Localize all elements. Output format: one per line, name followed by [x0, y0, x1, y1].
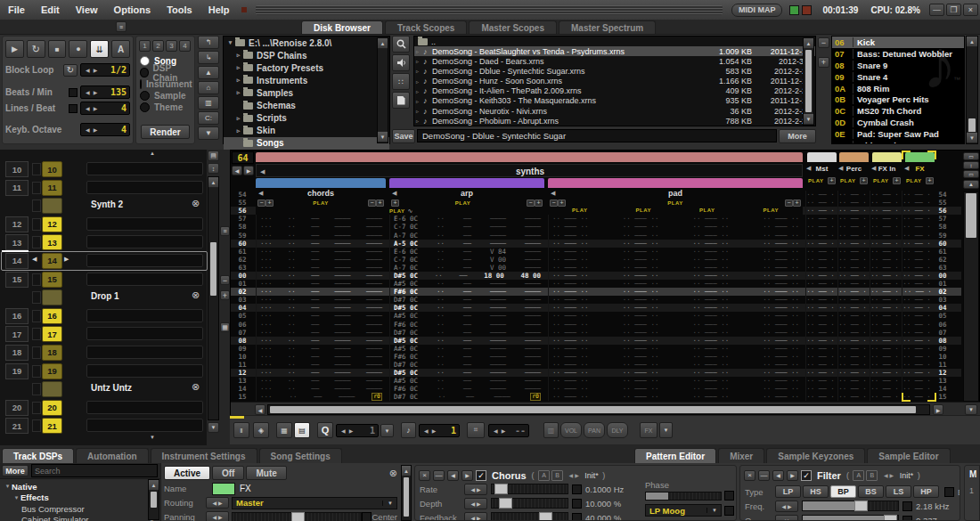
chords-cell[interactable]: ·····────────── [256, 369, 386, 377]
pad-cell[interactable]: ·· ─── ···· ─── ···· ─── ···· ─── ·· [548, 304, 803, 312]
sequence-position[interactable]: 19 [5, 363, 29, 379]
chords-cell[interactable]: ·····────────── [256, 231, 386, 239]
file-row[interactable]: ▹♪DemoSong - BeatSlaughter vs Tenda - Ps… [414, 46, 815, 56]
filter-type-lp[interactable]: LP [775, 485, 801, 498]
options-dots-icon[interactable]: ∷ [392, 73, 410, 90]
mode-checkbox[interactable] [724, 506, 734, 516]
pattern-line-13[interactable]: 13·····──────────A#5 0C··──────────·· ──… [231, 377, 961, 385]
pad-cell[interactable]: ·· ─── ···· ─── ···· ─── ···· ─── ·· [548, 231, 803, 239]
arp-cell[interactable]: A#5 0C··────────── [389, 345, 544, 353]
mst-cell[interactable]: ·· ── · [805, 215, 835, 223]
perc-cell[interactable]: ·· ── · [837, 264, 867, 272]
sequencer-row-20[interactable]: 2020 [0, 400, 207, 416]
pattern-number[interactable]: 12 [42, 216, 62, 232]
menu-file[interactable]: File [0, 0, 33, 20]
scroll-thumb[interactable] [805, 50, 812, 112]
nav-more-icon[interactable]: ▼ [198, 126, 219, 140]
instrument-row-0E[interactable]: 0EPad: Super Saw Pad [832, 128, 964, 140]
add-fx-column-icon[interactable]: + [793, 199, 801, 207]
fxin-cell[interactable]: ·· ── · [870, 353, 899, 361]
matrix-scroll-down-icon[interactable]: ▼ [144, 435, 160, 443]
fxin-cell[interactable]: ·· ── · [870, 223, 899, 231]
perc-cell[interactable]: ·· ── · [837, 345, 867, 353]
fxin-cell[interactable]: ·· ── · [870, 231, 899, 239]
mute-checkbox[interactable] [32, 419, 41, 432]
matrix-slot[interactable] [86, 401, 203, 414]
fx-cell[interactable]: ·· ── · [902, 280, 931, 288]
collapse-track-icon[interactable]: ◀ [392, 190, 396, 197]
category-dsp-chain[interactable]: DSP Chain [140, 67, 191, 78]
lpb-stepper[interactable]: ◀▶4 [80, 102, 130, 115]
perc-cell[interactable]: ·· ── · [837, 377, 867, 385]
mst-cell[interactable]: ·· ── · [805, 361, 835, 369]
param-stepper[interactable]: ◀▶ [464, 512, 487, 521]
fx-cell[interactable]: ·· ── · [902, 329, 931, 337]
fx-cell[interactable]: ·· ── · [902, 304, 931, 312]
column-grid-icon[interactable]: ▥ [543, 422, 559, 438]
scroll-up-icon[interactable]: ▲ [378, 38, 388, 49]
block-loop-stepper[interactable]: ◀▶1/2 [80, 63, 130, 77]
pattern-number[interactable]: 19 [42, 363, 62, 379]
vol-column-button[interactable]: VOL [560, 422, 582, 438]
bpm-checkbox[interactable] [69, 88, 78, 97]
collapse-track-icon[interactable]: ◀ [806, 165, 811, 172]
radio-dot[interactable] [140, 56, 150, 66]
tab-disk-browser[interactable]: Disk Browser [301, 20, 383, 34]
file-scrollbar[interactable]: ▲ ▼ [803, 37, 814, 126]
perc-cell[interactable]: ·· ── · [837, 296, 867, 304]
panel-toggle-icon[interactable]: ≡ [116, 21, 127, 32]
slider-thumb[interactable] [499, 498, 512, 509]
pattern-line-05[interactable]: 05·····──────────A#5 0C··──────────·· ──… [231, 312, 961, 320]
track-color-bar-fx-in[interactable] [872, 152, 902, 162]
remove-fx-column-icon[interactable]: − [785, 199, 793, 207]
scroll-thumb[interactable] [966, 193, 976, 238]
fx-cell[interactable]: ·· ── · [902, 248, 931, 256]
fxin-cell[interactable]: ·· ── · [870, 337, 899, 345]
mst-cell[interactable]: ·· ── · [805, 321, 835, 329]
mst-cell[interactable]: ·· ── · [805, 280, 835, 288]
prev-pattern-icon[interactable]: ◀ [32, 256, 37, 263]
collapse-track-icon[interactable]: ◀ [838, 165, 843, 172]
chain-scrollbar[interactable]: ▲ [401, 465, 412, 521]
arp-cell[interactable]: D#5 0C··────────── [389, 337, 544, 345]
pattern-number[interactable]: 11 [42, 180, 62, 196]
quantize-stepper[interactable]: ◀▶1 [336, 424, 379, 437]
device-item-bus-compressor[interactable]: Bus Compressor★ [4, 503, 160, 515]
render-button[interactable]: Render [141, 125, 190, 139]
nav-library-icon[interactable]: ▥ [198, 96, 219, 110]
param-slider[interactable] [491, 484, 568, 494]
pattern-line-06[interactable]: 06·····──────────F#6 0C··──────────·· ──… [231, 321, 961, 329]
scroll-up-icon[interactable]: ▲ [804, 38, 813, 49]
sequencer-row-21[interactable]: 2121 [0, 418, 207, 434]
arp-cell[interactable]: C-7 0C··────────── [389, 223, 544, 231]
collapse-track-icon[interactable]: ◀ [871, 165, 876, 172]
q-checkbox[interactable] [902, 516, 912, 521]
perc-cell[interactable]: ·· ── · [837, 199, 867, 207]
q-slider[interactable] [802, 515, 899, 521]
scroll-thumb[interactable] [210, 242, 216, 296]
category-theme[interactable]: Theme [140, 102, 191, 113]
perc-cell[interactable]: ·· ── · [837, 288, 867, 296]
perc-cell[interactable]: ·· ── · [837, 231, 867, 239]
pattern-line-62[interactable]: 62·····──────────C-7 0C··──V 00────·· ──… [231, 256, 961, 264]
matrix-slot[interactable] [86, 273, 203, 286]
param-slider[interactable] [491, 512, 568, 521]
fxin-cell[interactable]: ·· ── · [870, 321, 899, 329]
pattern-line-09[interactable]: 09·····──────────A#5 0C··──────────·· ──… [231, 345, 961, 353]
hscroll-thumb[interactable] [270, 406, 916, 413]
move-left-icon[interactable]: ◀ [772, 470, 784, 481]
group-color-bar[interactable] [256, 152, 803, 162]
pattern-line-00[interactable]: 00·····──────────D#5 0C··──18 0048 00·· … [231, 272, 961, 280]
sequence-position[interactable]: 21 [5, 418, 29, 434]
mst-cell[interactable]: ·· ── · [805, 304, 835, 312]
tab-sample-keyzones[interactable]: Sample Keyzones [766, 448, 865, 463]
routing-stepper[interactable]: ◀▶ [206, 497, 229, 509]
instrument-scrollbar[interactable]: ▲ ▼ [966, 36, 978, 144]
fxin-cell[interactable]: ·· ── · [870, 377, 899, 385]
section-marker[interactable] [42, 289, 62, 305]
pad-cell[interactable]: ·· ─── ···· ─── ···· ─── ···· ─── ·· [548, 329, 803, 337]
arp-cell[interactable]: A#5 0C··────────── [389, 312, 544, 320]
matrix-slot[interactable] [86, 419, 203, 432]
chords-cell[interactable]: ·····────────── [256, 288, 386, 296]
pattern-number[interactable]: 21 [42, 418, 62, 434]
